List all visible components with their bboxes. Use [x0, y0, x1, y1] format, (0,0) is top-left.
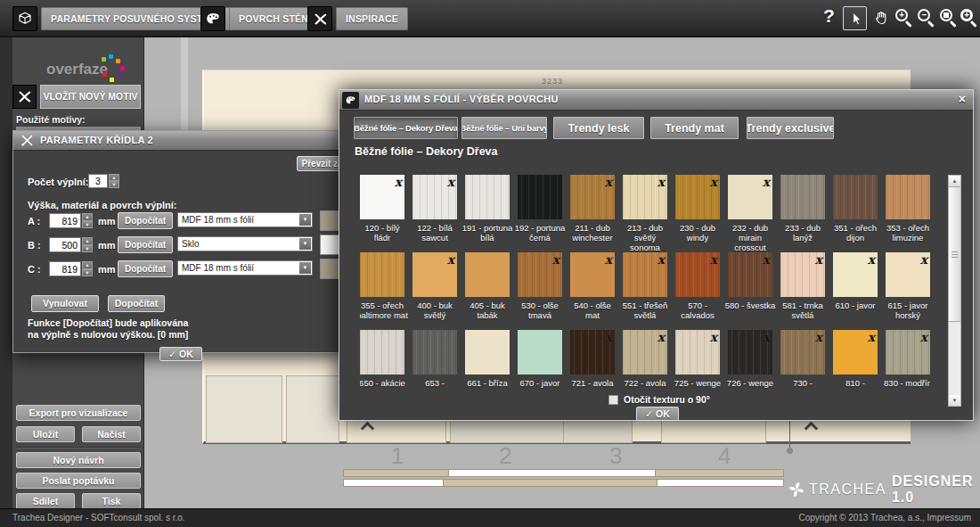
zoom-window-button[interactable] — [939, 8, 960, 29]
select-arrow-icon[interactable]: ▼ — [299, 214, 311, 226]
pan-hand-tool-button[interactable] — [870, 6, 894, 30]
material-swatch-image[interactable]: x — [570, 330, 615, 375]
fill-count-stepper[interactable]: ▲ ▼ — [109, 174, 119, 188]
help-button[interactable]: ? — [823, 5, 835, 27]
material-swatch-image[interactable]: x — [623, 175, 667, 219]
material-swatch-image[interactable]: x — [675, 252, 720, 297]
close-icon[interactable]: × — [959, 92, 966, 106]
row-a-material-select[interactable]: MDF 18 mm s fólií ▼ — [177, 212, 313, 227]
row-b-material-select[interactable]: Sklo ▼ — [177, 236, 313, 251]
stepper-down-icon[interactable]: ▼ — [109, 181, 119, 188]
material-swatch[interactable]: x721 - avola — [570, 330, 615, 398]
material-swatch-image[interactable] — [465, 330, 510, 375]
material-swatch-image[interactable] — [465, 175, 510, 219]
door-panel[interactable] — [206, 375, 282, 443]
material-swatch[interactable]: x810 - — [833, 330, 878, 398]
stepper-up-icon[interactable]: ▲ — [109, 174, 119, 181]
material-swatch-image[interactable]: x — [728, 330, 772, 375]
zoom-fit-button[interactable]: + — [960, 8, 980, 29]
material-swatch-image[interactable]: x — [886, 330, 930, 375]
export-visualization-button[interactable]: Export pro vizualizace — [16, 405, 141, 421]
material-swatch-image[interactable]: x — [360, 175, 404, 219]
select-arrow-icon[interactable]: ▼ — [299, 238, 311, 250]
wing-dialog-ok-button[interactable]: ✓ OK — [159, 347, 202, 361]
load-button[interactable]: Načíst — [82, 426, 141, 442]
material-swatch-image[interactable]: x — [833, 330, 878, 375]
select-arrow-icon[interactable]: ▼ — [299, 262, 311, 274]
stepper-down-icon[interactable]: ▼ — [82, 245, 93, 253]
material-swatch-image[interactable] — [886, 175, 930, 219]
material-swatch-image[interactable]: x — [623, 252, 667, 297]
material-swatch-image[interactable] — [518, 175, 562, 219]
send-inquiry-button[interactable]: Poslat poptávku — [16, 473, 141, 489]
material-swatch[interactable]: x230 - dub windy — [675, 175, 720, 252]
scroll-down-icon[interactable]: ▼ — [949, 395, 960, 406]
insert-motif-button[interactable]: VLOŽIT NOVÝ MOTIV — [40, 85, 141, 109]
wing-dialog-titlebar[interactable]: PARAMETRY KŘÍDLA 2 — [13, 131, 345, 151]
material-swatch[interactable]: 233 - dub lanýž — [780, 175, 825, 252]
material-swatch-image[interactable]: x — [570, 252, 615, 297]
material-swatch[interactable]: x730 - — [780, 330, 825, 398]
row-b-height-input[interactable] — [49, 237, 81, 252]
material-swatch[interactable]: x725 - wenge — [675, 330, 720, 398]
tab-common-foils-wood[interactable]: Běžné fólie – Dekory Dřeva — [354, 117, 458, 139]
material-swatch[interactable]: 661 - bříza — [465, 330, 510, 398]
material-swatch[interactable]: x615 - javor horský — [886, 252, 930, 330]
stepper-down-icon[interactable]: ▼ — [82, 269, 93, 277]
select-tool-button[interactable] — [843, 6, 867, 30]
material-swatch[interactable]: x726 - wenge — [728, 330, 772, 398]
material-swatch-image[interactable] — [465, 252, 510, 297]
door-panel[interactable] — [286, 375, 339, 443]
material-swatch-image[interactable]: x — [675, 330, 720, 375]
material-swatch[interactable]: x570 - calvados — [675, 252, 720, 330]
material-swatch[interactable]: 191 - portuna bílá — [465, 175, 510, 252]
tab-common-foils-uni[interactable]: Běžné fólie – Uni barvy — [461, 117, 547, 139]
scroll-up-icon[interactable]: ▲ — [949, 176, 960, 186]
material-swatch-image[interactable]: x — [675, 175, 720, 219]
material-swatch-image[interactable]: x — [570, 175, 615, 219]
stepper-up-icon[interactable]: ▲ — [82, 237, 93, 245]
material-swatch[interactable]: x232 - dub mirain crosscut — [728, 175, 772, 252]
row-c-compute-button[interactable]: Dopočítat — [118, 260, 173, 277]
share-button[interactable]: Sdílet — [16, 493, 75, 509]
material-swatch[interactable]: x122 - bílá sawcut — [412, 175, 457, 252]
material-swatch[interactable]: x540 - olše mat — [570, 252, 615, 330]
compute-all-button[interactable]: Dopočítat — [108, 295, 165, 312]
material-swatch[interactable]: 405 - buk tabák — [465, 252, 510, 330]
row-b-stepper[interactable]: ▲ ▼ — [82, 237, 93, 252]
swatch-scrollbar[interactable]: ▲ ▼ — [948, 175, 961, 407]
print-button[interactable]: Tisk — [82, 493, 141, 509]
material-swatch[interactable]: x722 - avola — [623, 330, 667, 398]
material-swatch-image[interactable]: x — [833, 252, 878, 297]
stepper-up-icon[interactable]: ▲ — [82, 213, 93, 221]
row-c-stepper[interactable]: ▲ ▼ — [82, 261, 93, 276]
material-swatch-image[interactable]: x — [728, 175, 772, 219]
material-swatch-image[interactable] — [360, 252, 404, 297]
modal-titlebar[interactable]: MDF 18 MM S FÓLIÍ - VÝBĚR POVRCHU × — [339, 90, 973, 111]
zoom-in-button[interactable]: + — [894, 8, 916, 29]
material-swatch[interactable]: 670 - javor — [518, 330, 562, 398]
row-b-compute-button[interactable]: Dopočítat — [118, 236, 173, 253]
material-swatch[interactable]: x211 - dub winchester — [570, 175, 615, 252]
material-swatch-image[interactable]: x — [886, 252, 930, 297]
modal-ok-button[interactable]: ✓ OK — [636, 407, 679, 421]
material-swatch[interactable]: 653 - — [412, 330, 457, 398]
row-c-height-input[interactable] — [49, 261, 81, 276]
save-button[interactable]: Uložit — [16, 426, 75, 442]
stepper-up-icon[interactable]: ▲ — [82, 261, 93, 269]
zoom-out-button[interactable]: − — [917, 8, 938, 29]
material-swatch[interactable]: x213 - dub světlý sonoma — [623, 175, 667, 252]
tab-trendy-gloss[interactable]: Trendy lesk — [553, 117, 644, 139]
scrollbar-thumb[interactable] — [949, 186, 960, 322]
material-swatch[interactable]: x120 - bílý fládr — [360, 175, 404, 252]
material-swatch[interactable]: x551 - třešeň světlá — [623, 252, 667, 330]
material-swatch-image[interactable] — [360, 330, 404, 375]
material-swatch[interactable]: x580 - švestka — [728, 252, 772, 330]
inspiration-button[interactable]: INSPIRACE — [336, 7, 408, 30]
rotate-texture-checkbox[interactable]: Otočit texturu o 90° — [608, 394, 710, 405]
stepper-down-icon[interactable]: ▼ — [82, 221, 93, 229]
material-swatch-image[interactable]: x — [412, 175, 457, 219]
material-swatch[interactable]: x400 - buk světlý — [412, 252, 457, 330]
material-swatch[interactable]: x581 - trnka světlá — [780, 252, 825, 330]
material-swatch-image[interactable] — [833, 175, 878, 219]
